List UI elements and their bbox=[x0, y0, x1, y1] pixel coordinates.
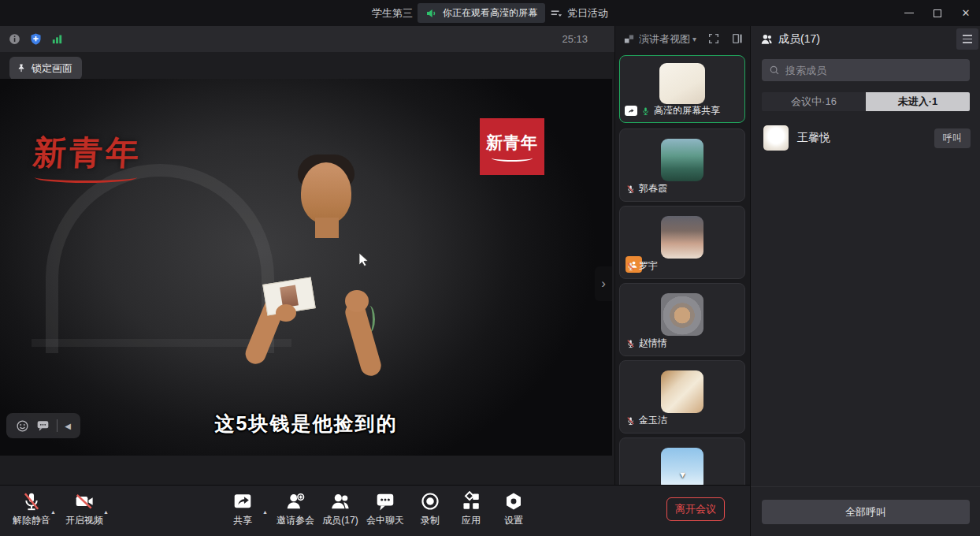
tile-name: 罗宇 bbox=[639, 259, 658, 273]
network-signal-icon[interactable] bbox=[50, 32, 64, 46]
record-icon bbox=[420, 491, 440, 512]
video-logo-right: 新青年 bbox=[480, 118, 544, 175]
close-button[interactable]: ✕ bbox=[952, 0, 980, 26]
member-name: 王馨悦 bbox=[797, 131, 934, 145]
members-label: 成员(17) bbox=[322, 514, 358, 527]
video-tile[interactable]: 赵情情 bbox=[619, 283, 745, 356]
share-screen-label: 共享 bbox=[233, 514, 252, 527]
main-stage: 锁定画面 新青年 新青年 这5块钱是他捡到的 bbox=[0, 52, 614, 485]
avatar bbox=[661, 139, 703, 181]
mic-muted-icon bbox=[21, 491, 42, 512]
member-tabs: 会议中·16 未进入·1 bbox=[762, 92, 970, 111]
minimize-icon bbox=[904, 13, 914, 14]
fullscreen-icon[interactable] bbox=[707, 32, 720, 45]
statusbar: 25:13 bbox=[0, 26, 614, 52]
avatar bbox=[763, 125, 789, 151]
search-icon bbox=[769, 65, 780, 76]
meeting-window: 学生第三 你正在观看高滢的屏幕 党日活动 ✕ 25:13 bbox=[0, 0, 980, 536]
member-search-box[interactable] bbox=[762, 59, 970, 81]
apps-icon bbox=[461, 491, 481, 512]
mic-muted-icon bbox=[626, 184, 635, 194]
call-button[interactable]: 呼叫 bbox=[934, 128, 971, 148]
security-shield-icon[interactable] bbox=[29, 32, 43, 46]
apps-label: 应用 bbox=[462, 514, 481, 527]
lock-view-label: 锁定画面 bbox=[32, 61, 72, 76]
reaction-divider bbox=[57, 419, 58, 432]
video-tile[interactable]: 郭春霞 bbox=[619, 128, 745, 202]
lock-view-button[interactable]: 锁定画面 bbox=[9, 57, 82, 80]
speaker-icon bbox=[425, 7, 438, 20]
mic-muted-icon bbox=[626, 339, 635, 348]
members-icon bbox=[760, 33, 774, 45]
meeting-timer: 25:13 bbox=[562, 33, 588, 45]
tab-in-meeting[interactable]: 会议中·16 bbox=[762, 92, 866, 111]
search-input[interactable] bbox=[785, 65, 963, 76]
meeting-title-right: 党日活动 bbox=[567, 6, 608, 20]
tab-not-joined[interactable]: 未进入·1 bbox=[866, 92, 970, 111]
avatar bbox=[659, 63, 705, 104]
video-logo-left: 新青年 bbox=[32, 131, 143, 175]
video-logo-right-text: 新青年 bbox=[486, 132, 538, 154]
tile-name: 金玉洁 bbox=[639, 414, 667, 427]
settings-icon bbox=[503, 491, 524, 512]
side-panel-icon[interactable] bbox=[731, 32, 744, 45]
presenter-hand-left bbox=[276, 304, 296, 322]
call-all-button[interactable]: 全部呼叫 bbox=[762, 500, 970, 524]
titlebar: 学生第三 你正在观看高滢的屏幕 党日活动 ✕ bbox=[0, 0, 980, 26]
share-screen-icon bbox=[232, 491, 253, 512]
presenter-hand-right bbox=[345, 290, 369, 312]
video-subtitle: 这5块钱是他捡到的 bbox=[215, 411, 398, 437]
camera-muted-icon bbox=[74, 491, 95, 512]
members-header: 成员(17) bbox=[751, 26, 980, 52]
thumbnail-strip-collapse-handle[interactable]: › bbox=[595, 266, 612, 301]
presenter-head bbox=[301, 162, 351, 224]
settings-button[interactable]: 设置 bbox=[482, 491, 545, 527]
record-label: 录制 bbox=[421, 514, 440, 527]
list-toggle-icon[interactable] bbox=[550, 8, 562, 19]
view-mode-header: 演讲者视图 ▾ bbox=[615, 26, 750, 52]
chevron-down-icon[interactable]: ▾ bbox=[692, 35, 696, 43]
members-menu-icon[interactable] bbox=[956, 28, 978, 50]
video-tile[interactable]: 金玉洁 bbox=[619, 360, 745, 434]
maximize-button[interactable] bbox=[923, 0, 952, 26]
bottom-toolbar: 解除静音 ▲ 开启视频 ▲ 共享 ▲ 邀请参会 成员(17) 会中聊天 录制 bbox=[0, 485, 750, 536]
member-row[interactable]: 王馨悦 呼叫 bbox=[751, 122, 980, 154]
tile-name: 赵情情 bbox=[639, 337, 667, 350]
mouse-cursor bbox=[358, 252, 369, 266]
pin-icon bbox=[16, 63, 27, 74]
screen-share-icon bbox=[625, 106, 637, 116]
invite-person-icon bbox=[285, 491, 306, 512]
unmute-label: 解除静音 bbox=[13, 514, 50, 527]
video-options-caret[interactable]: ▲ bbox=[103, 509, 109, 515]
close-icon: ✕ bbox=[962, 7, 971, 19]
video-tile-screen-share[interactable]: 高滢的屏幕共享 bbox=[619, 55, 745, 123]
watching-toast-text: 你正在观看高滢的屏幕 bbox=[443, 6, 537, 20]
thumbnail-strip: 演讲者视图 ▾ 高滢的屏幕共享 郭春霞 bbox=[614, 26, 750, 485]
avatar bbox=[661, 370, 703, 413]
chat-icon bbox=[375, 491, 395, 512]
members-footer: 全部呼叫 bbox=[751, 486, 980, 536]
shared-screen-video: 新青年 新青年 这5块钱是他捡到的 bbox=[0, 79, 612, 456]
video-logo-left-underline bbox=[35, 172, 137, 183]
members-icon bbox=[330, 491, 351, 512]
view-mode-selector[interactable]: 演讲者视图 bbox=[639, 32, 690, 47]
quick-chat-icon[interactable] bbox=[36, 420, 50, 432]
video-logo-right-underline bbox=[492, 154, 533, 162]
collapse-left-icon[interactable]: ◀ bbox=[65, 422, 71, 430]
chevron-right-icon: › bbox=[601, 276, 606, 292]
tile-name: 高滢的屏幕共享 bbox=[654, 104, 720, 117]
scroll-down-icon[interactable]: ▼ bbox=[678, 470, 687, 479]
mic-muted-icon bbox=[626, 416, 635, 426]
meeting-title-left: 学生第三 bbox=[372, 6, 413, 20]
watching-screen-toast: 你正在观看高滢的屏幕 bbox=[418, 3, 545, 23]
minimize-button[interactable] bbox=[895, 0, 923, 26]
members-panel: 成员(17) 会议中·16 未进入·1 王馨悦 呼叫 全部呼叫 bbox=[750, 26, 980, 536]
leave-meeting-button[interactable]: 离开会议 bbox=[666, 497, 725, 521]
avatar bbox=[661, 216, 703, 259]
mic-muted-icon bbox=[626, 262, 635, 271]
meeting-info-icon[interactable] bbox=[8, 32, 21, 46]
video-tile[interactable]: 罗宇 bbox=[619, 206, 745, 279]
emoji-reaction-icon[interactable] bbox=[16, 419, 29, 433]
layout-icon bbox=[623, 33, 635, 45]
start-video-label: 开启视频 bbox=[65, 514, 103, 527]
